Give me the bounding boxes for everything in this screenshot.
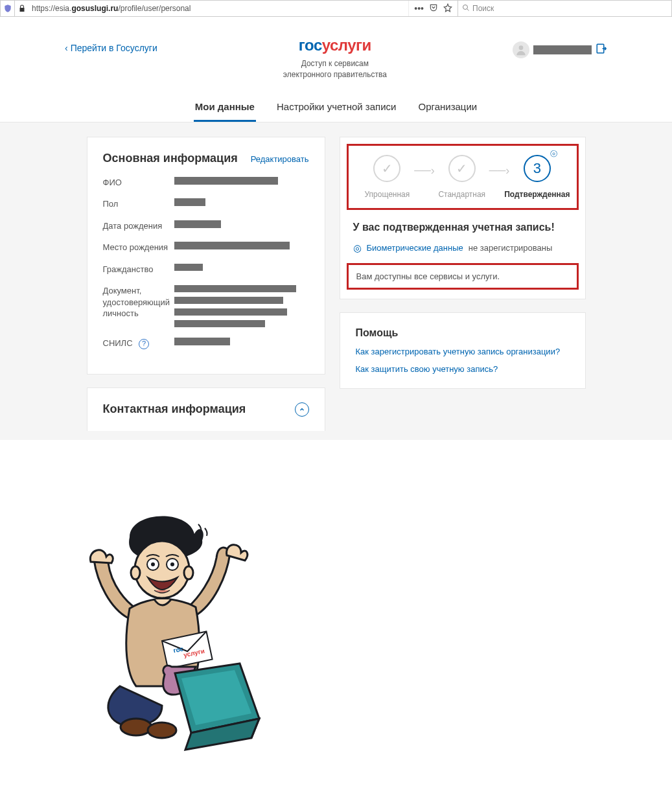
svg-point-9 [170, 562, 174, 566]
step1-label: Упрощенная [365, 190, 410, 199]
logout-icon[interactable] [596, 43, 607, 58]
url-input[interactable]: https://esia.gosuslugi.ru/profile/user/p… [29, 1, 408, 16]
value-pol-redacted [174, 198, 205, 206]
label-pob: Место рождения [103, 242, 174, 253]
url-text-domain: gosuslugi.ru [71, 4, 118, 13]
ellipsis-icon[interactable]: ••• [414, 3, 424, 14]
logo-subtitle: Доступ к сервисам электронного правитель… [283, 58, 387, 80]
gosuslugi-logo: госуслуги [283, 36, 387, 54]
browser-address-bar: https://esia.gosuslugi.ru/profile/user/p… [0, 0, 672, 17]
step3-number-icon: 3 [524, 155, 551, 182]
label-dob: Дата рождения [103, 220, 174, 232]
tabs-nav: Мои данные Настройки учетной записи Орга… [0, 95, 672, 122]
value-fio-redacted [174, 177, 278, 185]
help-icon[interactable]: ? [139, 339, 149, 349]
main-info-title: Основная информация [103, 152, 238, 165]
access-text: Вам доступны все сервисы и услуги. [356, 271, 500, 281]
illustration-zone: гос услуги [0, 440, 672, 751]
label-snils: СНИЛС ? [103, 338, 174, 349]
label-fio: ФИО [103, 177, 174, 189]
user-name-redacted [533, 45, 592, 54]
page-header: ‹ Перейти в Госуслуги госуслуги Доступ к… [0, 17, 672, 80]
biometric-icon: ◎ [353, 242, 362, 254]
help-card: Помощь Как зарегистрировать учетную запи… [340, 312, 586, 389]
browser-search-input[interactable]: Поиск [458, 1, 671, 16]
account-status-card: ✓ Упрощенная ──› ✓ Стандартная ──› 3 ⦾ [340, 137, 586, 299]
shield-icon[interactable] [1, 1, 15, 16]
biometric-marker-icon: ⦾ [550, 148, 557, 159]
biometric-data-link[interactable]: Биометрические данные [367, 243, 463, 253]
step3-label: Подтвержденная [504, 190, 570, 199]
label-doc: Документ, удостоверяющий личность [103, 285, 174, 319]
status-steps-highlight: ✓ Упрощенная ──› ✓ Стандартная ──› 3 ⦾ [347, 144, 579, 210]
lock-icon [15, 5, 29, 12]
user-block[interactable] [513, 36, 607, 58]
step1-check-icon: ✓ [373, 155, 400, 182]
collapse-toggle-icon[interactable] [295, 402, 309, 417]
status-headline: У вас подтвержденная учетная запись! [347, 222, 579, 233]
avatar [513, 41, 529, 58]
biometric-status-text: не зарегистрированы [469, 243, 553, 253]
back-to-gosuslugi-link[interactable]: ‹ Перейти в Госуслуги [65, 36, 157, 53]
search-icon [462, 4, 470, 14]
chevron-left-icon: ‹ [65, 43, 68, 53]
svg-point-5 [184, 566, 193, 579]
value-snils-redacted [174, 338, 230, 345]
back-link-label: Перейти в Госуслуги [71, 43, 157, 53]
value-citizenship-redacted [174, 264, 203, 271]
star-icon[interactable] [443, 3, 452, 14]
svg-point-7 [151, 562, 155, 566]
tab-account-settings[interactable]: Настройки учетной записи [275, 95, 398, 122]
tab-organizations[interactable]: Организации [417, 95, 478, 122]
svg-point-14 [148, 722, 176, 738]
help-title: Помощь [356, 327, 570, 339]
tab-my-data[interactable]: Мои данные [194, 95, 256, 122]
label-pol: Пол [103, 198, 174, 210]
svg-point-13 [121, 719, 152, 735]
help-link-org-register[interactable]: Как зарегистрировать учетную запись орга… [356, 347, 570, 356]
pocket-icon[interactable] [429, 3, 438, 14]
edit-link[interactable]: Редактировать [251, 154, 309, 164]
logo-block: госуслуги Доступ к сервисам электронного… [283, 36, 387, 80]
svg-point-4 [131, 566, 140, 579]
value-doc-redacted [174, 285, 296, 327]
main-info-card: Основная информация Редактировать ФИО По… [87, 137, 325, 375]
svg-point-1 [519, 45, 524, 50]
url-text-prefix: https://esia. [32, 4, 71, 13]
content-area: Основная информация Редактировать ФИО По… [0, 122, 672, 440]
label-citizenship: Гражданство [103, 264, 174, 275]
happy-person-laptop-illustration: гос услуги [58, 505, 279, 751]
search-placeholder: Поиск [472, 4, 494, 13]
contact-title: Контактная информация [103, 402, 246, 416]
step2-check-icon: ✓ [448, 155, 476, 182]
access-text-highlight: Вам доступны все сервисы и услуги. [347, 263, 579, 290]
help-link-protect-account[interactable]: Как защитить свою учетную запись? [356, 364, 570, 374]
value-pob-redacted [174, 242, 290, 249]
url-text-path: /profile/user/personal [118, 4, 191, 13]
value-dob-redacted [174, 220, 221, 228]
svg-point-0 [463, 5, 468, 9]
contact-info-card: Контактная информация [87, 387, 325, 431]
step2-label: Стандартная [438, 190, 485, 199]
